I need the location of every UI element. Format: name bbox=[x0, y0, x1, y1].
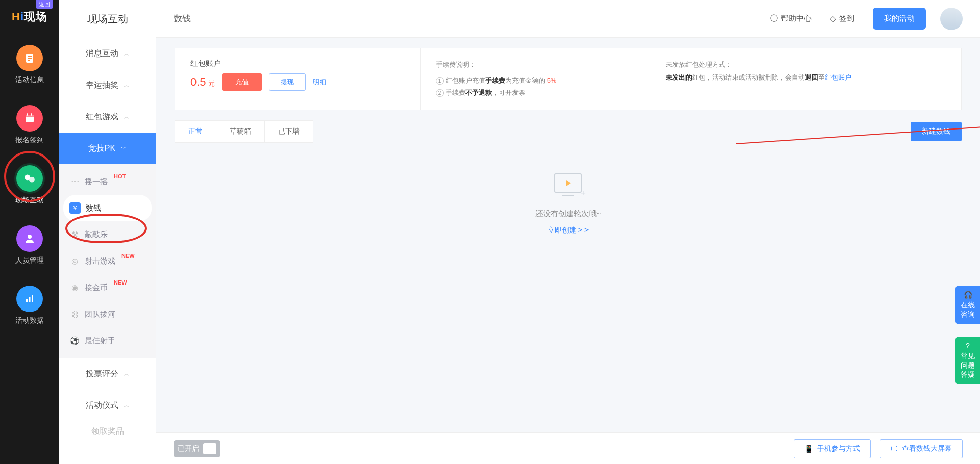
logo[interactable]: Hi现场 bbox=[12, 9, 47, 24]
avatar[interactable] bbox=[940, 8, 963, 30]
refund-description-col: 未发放红包处理方式： 未发出的红包，活动结束或活动被删除，会自动退回至红包账户 bbox=[650, 48, 961, 110]
pk-submenu: 〰摇一摇HOT ¥数钱 ⚒敲敲乐 ◎射击游戏NEW ◉接金币NEW ⛓团队拔河 … bbox=[59, 164, 156, 358]
sidebar-group-redpacket[interactable]: 红包游戏︿ bbox=[59, 101, 156, 133]
chevron-up-icon: ︿ bbox=[124, 401, 130, 410]
empty-icon: + bbox=[550, 173, 586, 202]
calendar-icon bbox=[16, 105, 43, 132]
ball-icon: ⚽ bbox=[69, 336, 80, 346]
info-icon: ⓘ bbox=[770, 14, 778, 23]
phone-participate-button[interactable]: 📱手机参与方式 bbox=[794, 439, 871, 458]
sidebar-group-vote[interactable]: 投票评分︿ bbox=[59, 358, 156, 390]
doc-icon bbox=[16, 45, 43, 71]
account-info-card: 红包账户 0.5元 充值 提现 明细 手续费说明： 1红包账户充值手续费为充值金… bbox=[175, 48, 962, 110]
account-title: 红包账户 bbox=[190, 59, 405, 68]
location-icon: ◇ bbox=[830, 14, 836, 23]
tab-row: 正常 草稿箱 已下墙 新建数钱 bbox=[175, 120, 962, 143]
target-icon: ◎ bbox=[69, 256, 80, 266]
coin-icon: ◉ bbox=[69, 282, 80, 293]
tab-draft[interactable]: 草稿箱 bbox=[216, 121, 265, 142]
headset-icon: 🎧 bbox=[964, 291, 972, 299]
svg-rect-6 bbox=[27, 113, 28, 116]
phone-icon: 📱 bbox=[804, 445, 813, 453]
rail-item-activity-info[interactable]: 活动信息 bbox=[15, 45, 44, 85]
chart-icon bbox=[16, 286, 43, 312]
footer-bar: 已开启 📱手机参与方式 🖵查看数钱大屏幕 bbox=[156, 432, 980, 464]
page-title: 数钱 bbox=[174, 13, 191, 24]
topbar: 数钱 ⓘ帮助中心 ◇签到 我的活动 bbox=[156, 0, 980, 38]
status-tabs: 正常 草稿箱 已下墙 bbox=[175, 120, 313, 143]
checkin-link[interactable]: ◇签到 bbox=[830, 14, 854, 23]
question-icon: ? bbox=[966, 342, 970, 350]
rail-item-people[interactable]: 人员管理 bbox=[15, 225, 44, 265]
svg-rect-11 bbox=[26, 299, 28, 302]
empty-state: + 还没有创建轮次哦~ 立即创建 > > bbox=[175, 143, 962, 235]
sub-item-tugwar[interactable]: ⛓团队拔河 bbox=[59, 301, 156, 327]
create-now-link[interactable]: 立即创建 > > bbox=[548, 226, 589, 235]
faq-button[interactable]: ?常见问题答疑 bbox=[955, 337, 980, 384]
svg-rect-3 bbox=[28, 60, 30, 61]
sidebar-group-message[interactable]: 消息互动︿ bbox=[59, 38, 156, 69]
fee-description-col: 手续费说明： 1红包账户充值手续费为充值金额的 5% 2手续费不予退款，可开发票 bbox=[420, 48, 650, 110]
rail-item-live-interaction[interactable]: 现场互动 bbox=[15, 165, 44, 205]
rail-item-signup[interactable]: 报名签到 bbox=[15, 105, 44, 145]
main-area: 数钱 ⓘ帮助中心 ◇签到 我的活动 红包账户 0.5元 充值 提现 明细 bbox=[156, 0, 980, 464]
account-balance-col: 红包账户 0.5元 充值 提现 明细 bbox=[175, 48, 420, 110]
account-amount: 0.5元 bbox=[190, 75, 215, 89]
chevron-up-icon: ︿ bbox=[124, 370, 130, 378]
person-icon bbox=[16, 225, 43, 252]
primary-nav-rail: 返回 Hi现场 活动信息 报名签到 现场互动 人员管理 bbox=[0, 0, 59, 464]
svg-rect-2 bbox=[28, 58, 32, 59]
create-button[interactable]: 新建数钱 bbox=[911, 122, 962, 141]
svg-rect-7 bbox=[31, 113, 32, 116]
monitor-icon: 🖵 bbox=[891, 445, 898, 453]
sub-item-shake[interactable]: 〰摇一摇HOT bbox=[59, 168, 156, 195]
svg-rect-12 bbox=[29, 297, 31, 302]
view-bigscreen-button[interactable]: 🖵查看数钱大屏幕 bbox=[880, 439, 963, 458]
chevron-up-icon: ︿ bbox=[124, 113, 130, 121]
interaction-icon bbox=[16, 165, 43, 192]
sub-item-count-money[interactable]: ¥数钱 bbox=[63, 195, 152, 221]
secondary-sidebar: 现场互动 消息互动︿ 幸运抽奖︿ 红包游戏︿ 竞技PK﹀ 〰摇一摇HOT ¥数钱… bbox=[59, 0, 156, 464]
help-link[interactable]: ⓘ帮助中心 bbox=[770, 14, 812, 23]
svg-point-10 bbox=[28, 235, 32, 239]
sidebar-title: 现场互动 bbox=[59, 0, 156, 38]
team-icon: ⛓ bbox=[69, 309, 80, 319]
my-activity-button[interactable]: 我的活动 bbox=[873, 8, 926, 30]
sidebar-group-prize[interactable]: 领取奖品 bbox=[59, 421, 156, 442]
empty-text: 还没有创建轮次哦~ bbox=[535, 209, 601, 219]
redpacket-account-link[interactable]: 红包账户 bbox=[825, 73, 851, 81]
svg-rect-13 bbox=[32, 295, 33, 302]
sidebar-group-pk[interactable]: 竞技PK﹀ bbox=[59, 133, 156, 164]
chevron-up-icon: ︿ bbox=[124, 81, 130, 90]
online-consult-button[interactable]: 🎧在线咨询 bbox=[955, 286, 980, 324]
withdraw-button[interactable]: 提现 bbox=[269, 73, 306, 91]
sub-item-knock[interactable]: ⚒敲敲乐 bbox=[59, 221, 156, 248]
enabled-toggle[interactable]: 已开启 bbox=[174, 440, 220, 457]
hammer-icon: ⚒ bbox=[69, 229, 80, 240]
content: 红包账户 0.5元 充值 提现 明细 手续费说明： 1红包账户充值手续费为充值金… bbox=[156, 38, 980, 464]
svg-rect-1 bbox=[28, 56, 32, 57]
money-icon: ¥ bbox=[69, 202, 81, 214]
rail-item-data[interactable]: 活动数据 bbox=[15, 286, 44, 325]
detail-link[interactable]: 明细 bbox=[313, 78, 326, 87]
sub-item-shoot[interactable]: ◎射击游戏NEW bbox=[59, 248, 156, 274]
return-badge[interactable]: 返回 bbox=[36, 0, 53, 9]
chevron-down-icon: ﹀ bbox=[120, 144, 127, 153]
svg-rect-5 bbox=[26, 115, 34, 117]
shake-icon: 〰 bbox=[69, 176, 80, 187]
sidebar-group-ceremony[interactable]: 活动仪式︿ bbox=[59, 390, 156, 421]
sub-item-shooter[interactable]: ⚽最佳射手 bbox=[59, 327, 156, 354]
chevron-up-icon: ︿ bbox=[124, 49, 130, 58]
recharge-button[interactable]: 充值 bbox=[222, 73, 262, 91]
sub-item-coins[interactable]: ◉接金币NEW bbox=[59, 274, 156, 301]
tab-normal[interactable]: 正常 bbox=[175, 121, 216, 142]
sidebar-group-lottery[interactable]: 幸运抽奖︿ bbox=[59, 69, 156, 101]
svg-point-9 bbox=[29, 177, 35, 183]
tab-removed[interactable]: 已下墙 bbox=[265, 121, 313, 142]
